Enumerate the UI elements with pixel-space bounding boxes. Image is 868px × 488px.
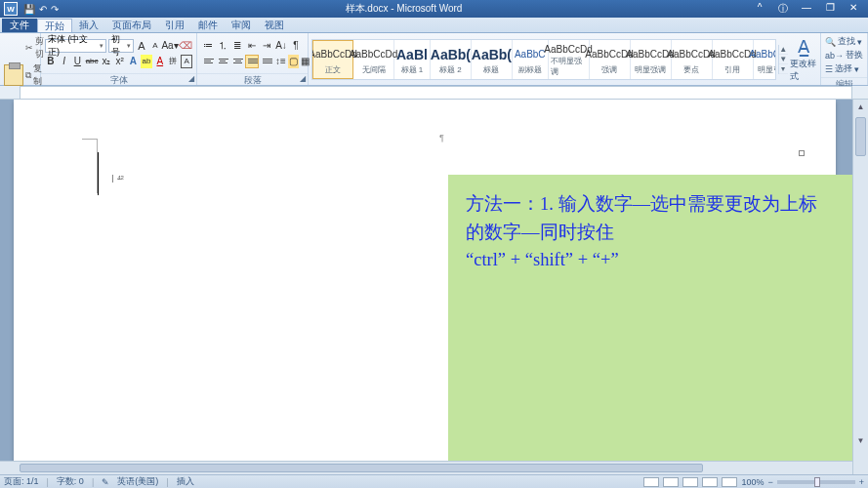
zoom-slider[interactable] (777, 480, 855, 484)
document-text: I ⁴² (111, 174, 124, 184)
horizontal-scrollbar[interactable] (0, 461, 852, 474)
style-item-1[interactable]: AaBbCcDd无间隔 (353, 40, 394, 79)
style-item-6[interactable]: AaBbCcDd不明显强调 (549, 40, 590, 79)
font-size-combo[interactable]: 初号▾ (108, 39, 134, 53)
style-item-5[interactable]: AaBbC副标题 (513, 40, 549, 79)
instruction-text: 方法一：1. 输入数字—选中需要更改为上标的数字—同时按住“ctrl” + “s… (466, 190, 835, 274)
change-case-button[interactable]: Aa▾ (163, 39, 177, 53)
scroll-up-arrow[interactable]: ▲ (853, 100, 868, 113)
font-dialog-launcher[interactable]: ◢ (188, 74, 194, 83)
styles-gallery[interactable]: AaBbCcDd正文AaBbCcDd无间隔AaBl标题 1AaBb(标题 2Aa… (311, 39, 776, 80)
gallery-expand[interactable]: ▾ (779, 64, 788, 74)
status-word-count[interactable]: 字数: 0 (57, 475, 84, 488)
qat-redo[interactable]: ↷ (51, 4, 59, 15)
qat-save[interactable]: 💾 (23, 4, 35, 15)
status-page[interactable]: 页面: 1/1 (4, 475, 39, 488)
shrink-font-button[interactable]: A (149, 39, 161, 53)
align-left-button[interactable] (201, 55, 215, 68)
zoom-percent[interactable]: 100% (741, 477, 764, 487)
style-item-7[interactable]: AaBbCcDd强调 (590, 40, 631, 79)
tab-references[interactable]: 引用 (158, 19, 191, 32)
strike-button[interactable]: abc (85, 55, 99, 68)
view-outline[interactable] (702, 477, 718, 487)
highlight-button[interactable]: ab (141, 55, 152, 68)
scroll-down-arrow[interactable]: ▼ (853, 433, 868, 447)
replace-button[interactable]: ab→ 替换 (825, 49, 863, 61)
style-item-11[interactable]: AaBbCcDd明显引用 (754, 40, 776, 79)
bold-button[interactable]: B (45, 55, 57, 68)
zoom-in-button[interactable]: + (859, 477, 864, 487)
clear-format-button[interactable]: ⌫ (179, 39, 192, 53)
text-effects-button[interactable]: A (128, 55, 140, 68)
align-right-button[interactable] (230, 55, 244, 68)
hscroll-thumb[interactable] (20, 464, 703, 472)
multilevel-button[interactable]: ≣ (230, 39, 244, 53)
font-name-combo[interactable]: 宋体 (中文正)▾ (45, 39, 106, 53)
grow-font-button[interactable]: A (136, 39, 147, 53)
close-button[interactable]: ✕ (843, 2, 864, 16)
replace-label: 替换 (846, 49, 863, 61)
tab-page-layout[interactable]: 页面布局 (105, 19, 158, 32)
view-full-screen[interactable] (663, 477, 679, 487)
font-color-button[interactable]: A (154, 55, 166, 68)
gallery-row-down[interactable]: ▼ (779, 55, 788, 64)
styles-gallery-more[interactable]: ▲ ▼ ▾ (778, 45, 788, 74)
style-item-10[interactable]: AaBbCcDd引用 (713, 40, 754, 79)
horizontal-ruler[interactable] (20, 86, 852, 100)
view-web-layout[interactable] (682, 477, 698, 487)
style-item-2[interactable]: AaBl标题 1 (394, 40, 431, 79)
zoom-out-button[interactable]: − (767, 477, 772, 487)
phonetic-guide-button[interactable]: 拼 (168, 55, 180, 68)
superscript-button[interactable]: x² (114, 55, 126, 68)
underline-button[interactable]: U (71, 55, 83, 68)
decrease-indent-button[interactable]: ⇤ (245, 39, 259, 53)
shading-button[interactable]: ▢ (288, 55, 299, 68)
bullets-button[interactable]: ≔ (201, 39, 215, 53)
style-item-8[interactable]: AaBbCcDd明显强调 (631, 40, 672, 79)
justify-button[interactable] (245, 55, 259, 68)
status-insert-mode[interactable]: 插入 (177, 475, 194, 488)
gallery-row-up[interactable]: ▲ (779, 45, 788, 55)
vertical-scrollbar[interactable]: ▲ ▼ (852, 100, 868, 474)
distribute-button[interactable] (260, 55, 273, 68)
title-bar: W 💾 ↶ ↷ 样本.docx - Microsoft Word ^ ⓘ — ❐… (0, 0, 868, 18)
tab-mailings[interactable]: 邮件 (191, 19, 225, 32)
tab-file[interactable]: 文件 (2, 19, 37, 32)
view-draft[interactable] (722, 477, 737, 487)
vscroll-thumb[interactable] (855, 117, 866, 156)
minimize-button[interactable]: — (796, 2, 817, 16)
align-center-button[interactable] (216, 55, 229, 68)
select-button[interactable]: ☰ 选择 ▾ (825, 62, 863, 75)
style-item-0[interactable]: AaBbCcDd正文 (312, 40, 353, 79)
char-border-button[interactable]: A (181, 55, 192, 68)
show-marks-button[interactable]: ¶ (289, 39, 303, 53)
ribbon-toggle-button[interactable]: ^ (749, 2, 770, 16)
italic-button[interactable]: I (59, 55, 70, 68)
restore-button[interactable]: ❐ (819, 2, 841, 16)
view-print-layout[interactable] (643, 477, 659, 487)
page-nav-buttons[interactable] (853, 447, 868, 474)
group-font-label: 字体◢ (41, 73, 196, 85)
tab-view[interactable]: 视图 (258, 19, 291, 32)
change-styles-button[interactable]: A̲ 更改样式 (790, 36, 817, 83)
style-item-4[interactable]: AaBb(标题 (472, 40, 513, 79)
zoom-slider-thumb[interactable] (814, 477, 820, 487)
style-item-9[interactable]: AaBbCcDd要点 (672, 40, 713, 79)
help-button[interactable]: ⓘ (772, 2, 794, 16)
tab-review[interactable]: 审阅 (225, 19, 258, 32)
status-proof-icon[interactable]: ✎ (102, 477, 109, 487)
increase-indent-button[interactable]: ⇥ (260, 39, 273, 53)
subscript-button[interactable]: x₂ (101, 55, 112, 68)
find-button[interactable]: 🔍 查找 ▾ (825, 35, 863, 48)
paragraph-dialog-launcher[interactable]: ◢ (300, 74, 306, 83)
ribbon: 粘贴 ✂ 剪切 ⧉ 复制 🖌 格式刷 剪贴板◢ 宋体 (中文正)▾ 初号▾ A … (0, 33, 868, 86)
tab-home[interactable]: 开始 (37, 19, 72, 32)
status-language[interactable]: 英语(美国) (117, 475, 158, 488)
tab-insert[interactable]: 插入 (72, 19, 105, 32)
line-spacing-button[interactable]: ↕≡ (274, 55, 287, 68)
sort-button[interactable]: A↓ (274, 39, 288, 53)
numbering-button[interactable]: ⒈ (216, 39, 229, 53)
ruler-area (0, 86, 868, 100)
style-item-3[interactable]: AaBb(标题 2 (431, 40, 472, 79)
qat-undo[interactable]: ↶ (39, 4, 47, 15)
